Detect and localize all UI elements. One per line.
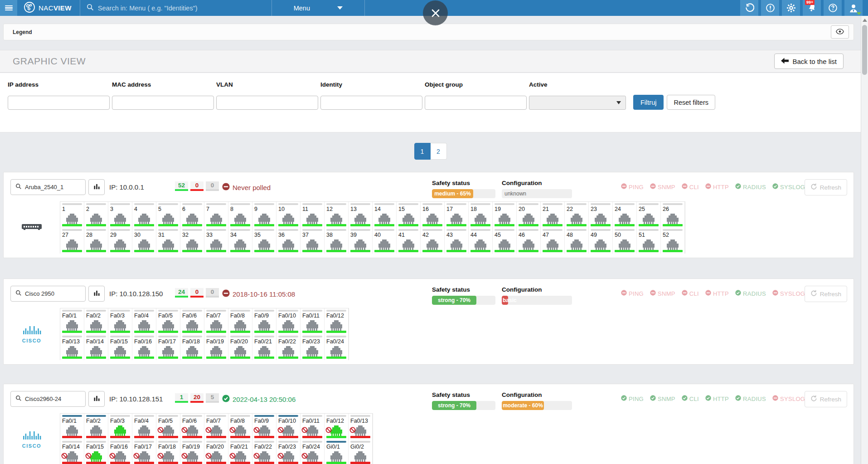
legend-toggle-button[interactable] (831, 25, 849, 39)
port-Fa0/9[interactable]: Fa0/9 (252, 308, 276, 334)
port-51[interactable]: 51 (637, 228, 661, 254)
port-Gi0/1[interactable]: Gi0/1 (325, 440, 349, 464)
port-Fa0/9[interactable]: Fa0/9 (252, 414, 276, 440)
port-Fa0/14[interactable]: Fa0/14 (60, 440, 84, 464)
port-9[interactable]: 9 (252, 202, 276, 228)
page-scrollbar[interactable] (861, 16, 868, 464)
port-30[interactable]: 30 (132, 228, 156, 254)
port-52[interactable]: 52 (661, 228, 685, 254)
port-Fa0/10[interactable]: Fa0/10 (276, 308, 301, 334)
port-44[interactable]: 44 (469, 228, 493, 254)
port-Fa0/3[interactable]: Fa0/3 (108, 414, 132, 440)
port-4[interactable]: 4 (132, 202, 156, 228)
page-button-1[interactable]: 1 (414, 143, 431, 160)
count-badge-gray[interactable]: 5 (206, 393, 219, 403)
port-Fa0/23[interactable]: Fa0/23 (301, 334, 325, 360)
port-Fa0/4[interactable]: Fa0/4 (132, 308, 156, 334)
port-12[interactable]: 12 (325, 202, 349, 228)
port-Fa0/2[interactable]: Fa0/2 (84, 308, 108, 334)
port-Fa0/6[interactable]: Fa0/6 (180, 308, 204, 334)
port-35[interactable]: 35 (252, 228, 276, 254)
port-Fa0/16[interactable]: Fa0/16 (132, 334, 156, 360)
port-Fa0/14[interactable]: Fa0/14 (84, 334, 108, 360)
port-27[interactable]: 27 (60, 228, 84, 254)
port-5[interactable]: 5 (156, 202, 180, 228)
reset-filters-button[interactable]: Reset filters (667, 95, 715, 110)
object-group-input[interactable] (425, 96, 527, 110)
port-6[interactable]: 6 (180, 202, 204, 228)
port-Fa0/23[interactable]: Fa0/23 (276, 440, 301, 464)
port-Fa0/13[interactable]: Fa0/13 (60, 334, 84, 360)
port-48[interactable]: 48 (565, 228, 589, 254)
vlan-input[interactable] (216, 96, 318, 110)
port-Fa0/10[interactable]: Fa0/10 (276, 414, 301, 440)
port-21[interactable]: 21 (541, 202, 565, 228)
count-badge-red[interactable]: 0 (190, 181, 204, 191)
port-Gi0/2[interactable]: Gi0/2 (349, 440, 373, 464)
port-36[interactable]: 36 (276, 228, 301, 254)
device-stats-button[interactable] (88, 179, 105, 195)
port-3[interactable]: 3 (108, 202, 132, 228)
close-overlay-button[interactable] (423, 0, 448, 25)
port-11[interactable]: 11 (301, 202, 325, 228)
port-Fa0/5[interactable]: Fa0/5 (156, 308, 180, 334)
identity-input[interactable] (320, 96, 422, 110)
port-32[interactable]: 32 (180, 228, 204, 254)
port-Fa0/19[interactable]: Fa0/19 (180, 440, 204, 464)
port-Fa0/12[interactable]: Fa0/12 (325, 308, 349, 334)
count-badge-red[interactable]: 0 (190, 288, 204, 298)
port-45[interactable]: 45 (493, 228, 517, 254)
mac-address-input[interactable] (112, 96, 214, 110)
settings-gear-button[interactable] (782, 0, 800, 16)
device-stats-button[interactable] (88, 391, 105, 407)
port-Fa0/18[interactable]: Fa0/18 (156, 440, 180, 464)
count-badge-green[interactable]: 1 (175, 393, 188, 403)
count-badge-gray[interactable]: 0 (206, 288, 219, 298)
port-Fa0/5[interactable]: Fa0/5 (156, 414, 180, 440)
port-Fa0/1[interactable]: Fa0/1 (60, 414, 84, 440)
port-39[interactable]: 39 (349, 228, 373, 254)
refresh-button[interactable]: Refresh (805, 179, 847, 195)
port-Fa0/20[interactable]: Fa0/20 (204, 440, 228, 464)
port-49[interactable]: 49 (589, 228, 613, 254)
port-Fa0/2[interactable]: Fa0/2 (84, 414, 108, 440)
back-to-list-button[interactable]: Back to the list (774, 54, 844, 69)
refresh-button[interactable]: Refresh (805, 391, 847, 407)
port-Fa0/21[interactable]: Fa0/21 (228, 440, 252, 464)
port-16[interactable]: 16 (421, 202, 445, 228)
port-Fa0/20[interactable]: Fa0/20 (228, 334, 252, 360)
search-input[interactable] (98, 5, 265, 12)
port-15[interactable]: 15 (397, 202, 421, 228)
port-Fa0/7[interactable]: Fa0/7 (204, 414, 228, 440)
port-Fa0/1[interactable]: Fa0/1 (60, 308, 84, 334)
count-badge-green[interactable]: 24 (175, 288, 188, 298)
port-Fa0/11[interactable]: Fa0/11 (301, 414, 325, 440)
port-Fa0/15[interactable]: Fa0/15 (108, 334, 132, 360)
port-41[interactable]: 41 (397, 228, 421, 254)
port-Fa0/7[interactable]: Fa0/7 (204, 308, 228, 334)
port-25[interactable]: 25 (637, 202, 661, 228)
port-Fa0/24[interactable]: Fa0/24 (301, 440, 325, 464)
device-name-button[interactable]: Cisco 2950 (10, 286, 86, 302)
port-38[interactable]: 38 (325, 228, 349, 254)
help-button[interactable] (824, 0, 842, 16)
port-19[interactable]: 19 (493, 202, 517, 228)
scrollbar-up-arrow-icon[interactable] (863, 19, 867, 22)
port-42[interactable]: 42 (421, 228, 445, 254)
port-2[interactable]: 2 (84, 202, 108, 228)
port-Fa0/15[interactable]: Fa0/15 (84, 440, 108, 464)
port-50[interactable]: 50 (613, 228, 637, 254)
port-33[interactable]: 33 (204, 228, 228, 254)
port-13[interactable]: 13 (349, 202, 373, 228)
port-26[interactable]: 26 (661, 202, 685, 228)
port-29[interactable]: 29 (108, 228, 132, 254)
port-17[interactable]: 17 (445, 202, 469, 228)
port-Fa0/17[interactable]: Fa0/17 (132, 440, 156, 464)
port-Fa0/17[interactable]: Fa0/17 (156, 334, 180, 360)
port-Fa0/18[interactable]: Fa0/18 (180, 334, 204, 360)
user-avatar-button[interactable] (844, 0, 863, 16)
port-7[interactable]: 7 (204, 202, 228, 228)
history-button[interactable] (740, 0, 758, 16)
port-Fa0/6[interactable]: Fa0/6 (180, 414, 204, 440)
port-Fa0/12[interactable]: Fa0/12 (325, 414, 349, 440)
